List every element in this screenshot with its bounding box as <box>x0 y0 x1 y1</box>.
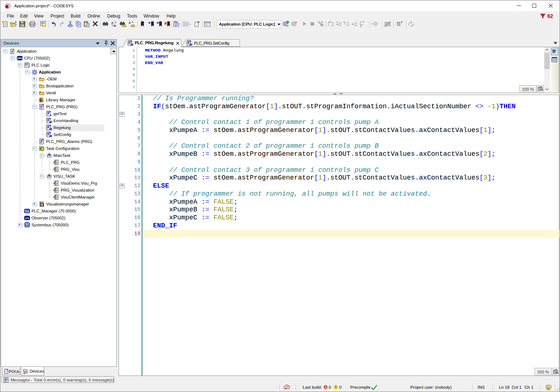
svg-text:A: A <box>111 21 113 24</box>
svg-text:M: M <box>49 133 52 137</box>
svg-text:A: A <box>129 21 131 24</box>
svg-text:M: M <box>49 127 52 130</box>
svg-text:CPU: CPU <box>17 57 23 60</box>
svg-text:PLC: PLC <box>25 209 30 211</box>
svg-text:B: B <box>114 24 116 27</box>
svg-text:M: M <box>130 42 133 46</box>
svg-text:M: M <box>49 120 52 123</box>
svg-text:A: A <box>49 113 52 117</box>
svg-text:M: M <box>189 42 192 46</box>
